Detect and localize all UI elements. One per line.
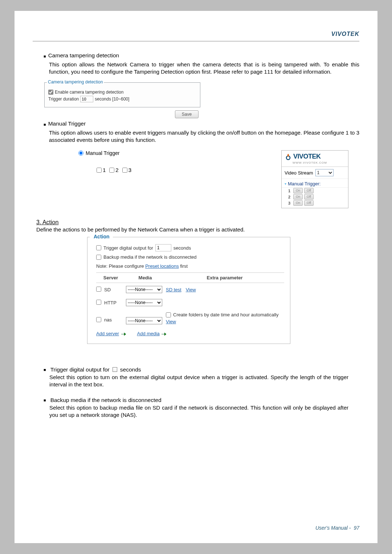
- digital-output-seconds-input[interactable]: [155, 244, 171, 251]
- brand-header: VIVOTEK: [33, 31, 359, 41]
- http-media-select[interactable]: -----None-----: [126, 299, 162, 306]
- http-label: HTTP: [104, 300, 126, 305]
- toggle-3-num: 3: [288, 201, 292, 205]
- nas-media-select[interactable]: -----None-----: [126, 317, 162, 324]
- homepage-widget: VIVOTEK WWW.VIVOTEK.COM Video Stream 1 ▾…: [281, 150, 348, 208]
- manual-section: ■ Manual Trigger This option allows user…: [44, 120, 359, 144]
- nas-view-link[interactable]: View: [166, 319, 176, 324]
- bullet-icon: ■: [44, 396, 46, 404]
- manual-trigger-config: Manual Trigger 1 2 3: [78, 150, 131, 173]
- sd-checkbox[interactable]: [96, 287, 101, 292]
- th-media: Media: [125, 275, 165, 280]
- digital-output-title-pre: Trigger digital output for: [50, 366, 110, 373]
- manual-trigger-radio-label: Manual Trigger: [86, 150, 119, 156]
- action-fieldset: Action Trigger digital output for second…: [87, 237, 290, 344]
- sd-media-select[interactable]: -----None-----: [126, 286, 162, 293]
- manual-cb-2-label: 2: [115, 167, 118, 173]
- toggle-1-on[interactable]: On: [293, 188, 303, 193]
- digital-output-title-post: seconds: [120, 366, 141, 373]
- server-row-http: HTTP -----None-----: [96, 296, 284, 309]
- nas-checkbox[interactable]: [96, 317, 101, 322]
- enable-tampering-checkbox[interactable]: [48, 90, 53, 95]
- video-stream-select[interactable]: 1: [315, 169, 334, 176]
- tampering-section: ■ Camera tampering detection This option…: [44, 52, 359, 76]
- action-intro: Define the actions to be performed by th…: [36, 226, 359, 233]
- toggle-2-off[interactable]: Off: [304, 194, 314, 200]
- th-server: Server: [96, 275, 125, 280]
- tampering-title: Camera tampering detection: [48, 52, 119, 59]
- arrow-right-icon: [161, 331, 167, 337]
- footer-text: User's Manual -: [315, 525, 352, 531]
- widget-brand-text: VIVOTEK: [293, 153, 321, 160]
- widget-manual-trigger-label: Manual Trigger:: [288, 181, 320, 186]
- note-post: first: [179, 263, 188, 269]
- backup-explain: ■ Backup media if the network is disconn…: [44, 396, 348, 419]
- add-media-link[interactable]: Add media: [137, 331, 160, 336]
- trigger-duration-label: Trigger duration: [48, 97, 79, 102]
- manual-cb-2[interactable]: [109, 168, 114, 173]
- chevron-down-icon: ▾: [285, 182, 286, 186]
- action-legend: Action: [93, 234, 111, 239]
- toggle-3-off[interactable]: Off: [304, 200, 314, 206]
- manual-cb-3-label: 3: [128, 167, 131, 173]
- tampering-fieldset: Camera tampering detection Enable camera…: [44, 82, 200, 107]
- sd-view-link[interactable]: View: [186, 287, 196, 292]
- toggle-1-off[interactable]: Off: [304, 188, 314, 193]
- server-row-sd: SD -----None----- SD test View: [96, 283, 284, 296]
- sd-label: SD: [104, 287, 126, 292]
- backup-media-label: Backup media if the network is disconnec…: [103, 254, 197, 260]
- toggle-2-num: 2: [288, 195, 292, 199]
- nas-label: nas: [104, 312, 126, 323]
- manual-cb-1-label: 1: [103, 167, 106, 173]
- manual-desc: This option allows users to enable event…: [49, 129, 359, 144]
- toggle-1-num: 1: [288, 189, 292, 193]
- toggle-3-on[interactable]: On: [293, 200, 303, 206]
- digital-output-pre: Trigger digital output for: [103, 245, 153, 251]
- manual-trigger-radio[interactable]: [78, 151, 83, 156]
- widget-brand-sub: WWW.VIVOTEK.COM: [282, 161, 348, 167]
- backup-media-checkbox[interactable]: [96, 255, 101, 260]
- add-server-link[interactable]: Add server: [96, 331, 119, 336]
- vivotek-logo-icon: [285, 153, 292, 160]
- nas-autofolder-label: Create folders by date time and hour aut…: [173, 312, 279, 317]
- tampering-legend: Camera tampering detection: [47, 79, 104, 85]
- save-button[interactable]: Save: [175, 110, 199, 118]
- footer-page: 97: [354, 525, 359, 531]
- manual-cb-3[interactable]: [122, 168, 127, 173]
- digital-output-body: Select this option to turn on the extern…: [49, 374, 348, 389]
- digital-output-post: seconds: [173, 245, 191, 251]
- th-extra: Extra parameter: [165, 275, 284, 280]
- bullet-icon: ■: [44, 52, 46, 60]
- action-heading: 3. Action: [36, 219, 359, 226]
- manual-cb-1[interactable]: [97, 168, 102, 173]
- video-stream-label: Video Stream: [285, 170, 313, 176]
- bullet-icon: ■: [44, 120, 46, 128]
- note-pre: Note: Please configure: [96, 263, 145, 269]
- toggle-2-on[interactable]: On: [293, 194, 303, 200]
- header-rule: [33, 41, 359, 41]
- arrow-right-icon: [121, 331, 126, 337]
- tampering-desc: This option allows the Network Camera to…: [49, 61, 359, 76]
- trigger-duration-input[interactable]: [80, 96, 93, 102]
- nas-autofolder-checkbox[interactable]: [166, 312, 171, 317]
- backup-body: Select this option to backup media file …: [49, 404, 348, 419]
- backup-title: Backup media if the network is disconnec…: [50, 397, 162, 403]
- bullet-icon: ■: [44, 366, 46, 374]
- trigger-duration-suffix: seconds [10~600]: [95, 97, 129, 102]
- page-footer: User's Manual - 97: [315, 525, 359, 531]
- server-row-nas: nas -----None----- Create folders by dat…: [96, 309, 284, 327]
- digital-output-checkbox[interactable]: [96, 245, 101, 250]
- http-checkbox[interactable]: [96, 300, 101, 305]
- enable-tampering-label: Enable camera tampering detection: [55, 90, 123, 95]
- preset-locations-link[interactable]: Preset locations: [145, 263, 179, 269]
- seconds-placeholder-box: [113, 367, 117, 372]
- sd-test-link[interactable]: SD test: [166, 287, 181, 292]
- manual-title: Manual Trigger: [48, 120, 86, 127]
- digital-output-explain: ■ Trigger digital output for seconds Sel…: [44, 366, 348, 389]
